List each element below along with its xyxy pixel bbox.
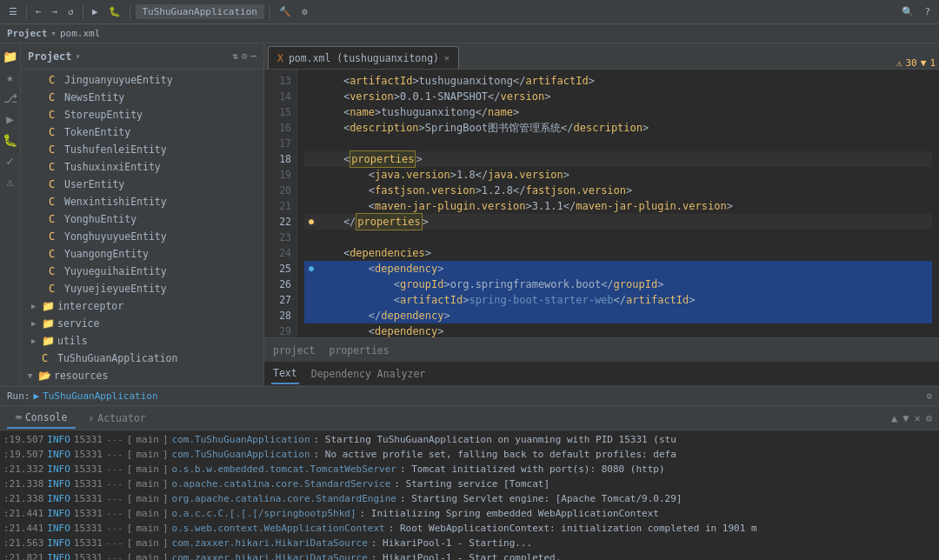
tree-item-tushufenlei[interactable]: C TushufenleiEntity [21, 141, 263, 158]
problems-icon[interactable]: ⚠ [4, 172, 15, 191]
breadcrumb-chevron[interactable]: ▾ [50, 28, 57, 39]
tree-item-yuyueguihai[interactable]: C YuyueguihaiEntity [21, 263, 263, 280]
debug-button[interactable]: 🐛 [105, 4, 124, 19]
left-icon-panel: 📁 ★ ⎇ ▶ 🐛 ✓ ⚠ [0, 43, 21, 386]
sidebar-sync-icon[interactable]: ⇅ [232, 50, 238, 62]
xml-icon: X [277, 52, 283, 64]
tree-item-yuyuejieyue[interactable]: C YuyuejieyueEntity [21, 280, 263, 297]
scroll-down-icon[interactable]: ▼ [902, 412, 909, 424]
tree-item-yuangong[interactable]: C YuangongEntity [21, 245, 263, 263]
console-content[interactable]: :19.507 INFO 15331 --- [ main ] com.TuSh… [0, 430, 939, 560]
toolbar-separator-3 [130, 5, 130, 19]
tree-item-wenxintishi[interactable]: C WenxintishiEntity [21, 193, 263, 210]
log-line-5: :21.338 INFO 15331 --- [ main ] org.apac… [3, 491, 936, 506]
settings-icon[interactable]: ⚙ [926, 412, 932, 424]
todo-icon[interactable]: ✓ [4, 151, 15, 170]
code-line-29: <dependency> [304, 323, 932, 337]
toolbar-separator-2 [83, 5, 83, 19]
code-line-18: <properties> [304, 151, 932, 167]
scroll-up-icon[interactable]: ▲ [891, 412, 897, 424]
help-button[interactable]: ? [921, 4, 934, 19]
code-content[interactable]: <artifactId>tushuguanxitong</artifactId>… [297, 70, 939, 337]
clear-icon[interactable]: ✕ [915, 412, 921, 424]
favorites-icon[interactable]: ★ [4, 68, 15, 87]
sidebar-title: Project [28, 50, 72, 63]
tree-item-token[interactable]: C TokenEntity [21, 123, 263, 141]
tree-arrow-icon: ▶ [31, 337, 42, 345]
app-name-label[interactable]: TuShuGuanApplication [136, 4, 264, 19]
tree-item-storeup[interactable]: C StoreupEntity [21, 106, 263, 123]
tree-item-interceptor[interactable]: ▶ 📁 interceptor [21, 297, 263, 315]
log-line-7: :21.441 INFO 15331 --- [ main ] o.s.web.… [3, 521, 936, 536]
git-icon[interactable]: ⎇ [2, 89, 19, 108]
line-num-16: 16 [264, 120, 291, 136]
tab-project[interactable]: project [271, 341, 316, 360]
menu-button[interactable]: ☰ [5, 4, 21, 19]
bottom-tab-console[interactable]: ⌨ Console [7, 408, 76, 429]
code-line-24: <dependencies> [304, 245, 932, 261]
tab-close-button[interactable]: ✕ [444, 53, 450, 63]
tree-item-utils[interactable]: ▶ 📁 utils [21, 332, 263, 350]
run-icon[interactable]: ▶ [4, 110, 15, 129]
tree-label: resources [54, 370, 108, 382]
class-icon: C [49, 265, 63, 277]
run-button[interactable]: ▶ [89, 4, 102, 19]
warning-count: 30 [906, 57, 917, 69]
tree-label: NewsEntity [64, 91, 124, 103]
warning-area: ⚠ 30 ▼ 1 [896, 57, 936, 69]
code-editor: 13 14 15 16 17 18 19 20 21 22 23 24 25 2… [264, 70, 939, 337]
tree-item-user[interactable]: C UserEntity [21, 176, 263, 193]
code-line-28: </dependency> [304, 308, 932, 323]
debug-icon-left[interactable]: 🐛 [1, 130, 19, 150]
class-icon: C [49, 161, 63, 173]
run-app-label[interactable]: TuShuGuanApplication [43, 390, 157, 402]
line-num-13: 13 [264, 73, 291, 89]
class-icon: C [49, 109, 63, 121]
toolbar-separator-4 [270, 5, 270, 19]
tab-properties[interactable]: properties [327, 341, 390, 360]
sub-tab-dependency-analyzer[interactable]: Dependency Analyzer [310, 364, 428, 383]
search-button[interactable]: 🔍 [898, 4, 917, 19]
sidebar-collapse-icon[interactable]: — [250, 50, 256, 62]
forward-button[interactable]: → [49, 4, 62, 19]
tab-pom-xml[interactable]: X pom.xml (tushuguanxitong) ✕ [268, 46, 459, 69]
code-line-22: ● </properties> [304, 214, 932, 230]
log-line-8: :21.563 INFO 15331 --- [ main ] com.zaxx… [3, 536, 936, 550]
tree-item-resources[interactable]: ▼ 📂 resources [21, 367, 263, 384]
line-num-24: 24 [264, 245, 291, 261]
tree-label: UserEntity [64, 178, 124, 190]
tree-label: TuShuGuanApplication [57, 352, 177, 364]
line-num-17: 17 [264, 136, 291, 151]
class-icon: C [49, 74, 63, 86]
tree-label: service [57, 317, 99, 330]
tree-item-news[interactable]: C NewsEntity [21, 89, 263, 106]
line-num-28: 28 [264, 308, 291, 323]
tree-label: WenxintishiEntity [64, 196, 167, 208]
settings-button[interactable]: ⚙ [298, 4, 311, 19]
refresh-button[interactable]: ↺ [64, 4, 77, 19]
line-num-26: 26 [264, 277, 291, 292]
folder-icon: 📁 [42, 335, 56, 347]
class-icon: C [49, 196, 63, 208]
tree-item-service[interactable]: ▶ 📁 service [21, 315, 263, 332]
structure-icon[interactable]: 📁 [1, 47, 19, 66]
sidebar-gear-icon[interactable]: ⚙ [242, 50, 248, 62]
tree-label: StoreupEntity [64, 109, 143, 121]
tree-item-yonghuyuyue[interactable]: C YonghuyuyueEntity [21, 228, 263, 245]
sidebar-chevron[interactable]: ▾ [76, 51, 81, 61]
code-line-16: <description>SpringBoot图书馆管理系统</descript… [304, 120, 932, 136]
tree-item-yonghu[interactable]: C YonghuEntity [21, 210, 263, 228]
run-settings-icon[interactable]: ⚙ [926, 390, 932, 402]
sub-tab-text[interactable]: Text [271, 363, 299, 384]
tree-label: JinguanyuyueEntity [64, 74, 173, 86]
line-num-15: 15 [264, 104, 291, 120]
bottom-tab-actuator[interactable]: ⚡ Actuator [79, 408, 154, 429]
tree-item-tushuxinxi[interactable]: C TushuxinxiEntity [21, 158, 263, 176]
tree-item-main-app[interactable]: C TuShuGuanApplication [21, 350, 263, 367]
breadcrumb-file: pom.xml [60, 28, 100, 39]
bottom-tab-console-label: Console [25, 411, 67, 423]
back-button[interactable]: ← [32, 4, 45, 19]
tree-item-jinguanyuyue[interactable]: C JinguanyuyueEntity [21, 71, 263, 89]
build-button[interactable]: 🔨 [276, 4, 295, 19]
class-icon: C [42, 352, 56, 364]
